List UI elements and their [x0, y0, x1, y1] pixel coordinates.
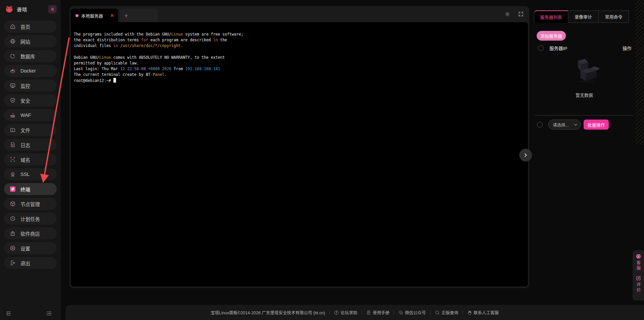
- edit-icon: [636, 275, 641, 281]
- sidebar-item-label: 计划任务: [20, 215, 40, 222]
- sidebar-item-logs[interactable]: 日志: [4, 139, 57, 151]
- plus-icon: +: [124, 12, 128, 19]
- website-icon: [10, 38, 16, 44]
- terminal-line: root@debian12:~#: [74, 78, 523, 84]
- sidebar-item-label: 节点管理: [20, 200, 40, 208]
- sidebar-item-database[interactable]: 数据库: [4, 50, 57, 62]
- footer-links: 论坛求助使用手册微信公众号正版查询联系人工客服: [325, 309, 499, 316]
- empty-text: 暂无数据: [534, 92, 635, 98]
- batch-action-button[interactable]: 批量操作: [584, 120, 609, 130]
- batch-checkbox[interactable]: [537, 122, 543, 128]
- footer-link-label: 联系人工客服: [474, 309, 499, 316]
- terminal-output[interactable]: The programs included with the Debian GN…: [71, 22, 528, 286]
- sidebar-item-node[interactable]: 节点管理: [4, 198, 57, 210]
- appstore-icon: [10, 230, 16, 236]
- sidebar-item-label: 首页: [20, 23, 30, 30]
- terminal-line: [74, 49, 523, 55]
- logo-row: 聋瞎 0: [0, 0, 61, 14]
- add-server-button[interactable]: 添加服务器: [537, 31, 566, 41]
- help-icon: [334, 310, 339, 315]
- terminal-icon: [10, 186, 16, 192]
- notification-badge[interactable]: 0: [48, 5, 57, 13]
- tab-status-dot: [75, 14, 78, 17]
- terminal-line: individual files in /usr/share/doc/*/cop…: [74, 43, 523, 49]
- tab-close-icon[interactable]: ✕: [110, 13, 114, 18]
- sidebar-item-security[interactable]: 安全: [4, 94, 57, 106]
- chevron-right-icon: [523, 153, 528, 157]
- footer-link-wechat[interactable]: 微信公众号: [398, 309, 426, 316]
- batch-controls: 请选择... 批量操作: [534, 119, 644, 130]
- sidebar-item-website[interactable]: 网站: [4, 35, 57, 47]
- genuine-icon: [435, 310, 440, 315]
- collapse-sidebar-icon[interactable]: [6, 311, 11, 316]
- sidebar-item-docker[interactable]: Docker: [4, 65, 57, 77]
- pig-logo-icon: [5, 5, 14, 14]
- empty-box-icon: [568, 57, 600, 83]
- sidebar-item-monitor[interactable]: 监控: [4, 80, 57, 92]
- right-tab-server-list[interactable]: 服务器列表: [534, 10, 568, 23]
- footer: 宝塔Linux面板©2014-2026 广东堡塔安全技术有限公司 (bt.cn)…: [65, 305, 644, 320]
- footer-link-help[interactable]: 论坛求助: [334, 309, 357, 316]
- terminal-tab-bar: 本地服务器 ✕ +: [69, 6, 529, 22]
- sidebar-item-ssl[interactable]: SSL: [4, 168, 57, 180]
- sidebar-item-cron[interactable]: 计划任务: [4, 213, 57, 225]
- right-tab-recording-audit[interactable]: 录像审计: [568, 10, 599, 23]
- tab-local-server[interactable]: 本地服务器 ✕: [71, 9, 118, 22]
- waf-icon: [10, 112, 16, 118]
- new-tab-button[interactable]: +: [120, 9, 158, 22]
- list-view-icon[interactable]: [46, 311, 52, 316]
- expand-panel-button[interactable]: [519, 149, 532, 162]
- terminal-line: the exact distribution terms for each pr…: [74, 37, 523, 43]
- sidebar-item-label: 软件商店: [20, 230, 40, 237]
- ssl-icon: [10, 171, 16, 177]
- feedback-item[interactable]: 评价: [635, 275, 642, 293]
- customer-service-item[interactable]: 客服: [635, 254, 642, 271]
- cron-icon: [10, 216, 16, 222]
- service-icon: [467, 310, 472, 315]
- sidebar-item-domain[interactable]: 域名: [4, 153, 57, 166]
- batch-select[interactable]: 请选择...: [548, 120, 581, 130]
- customer-service-label: 客服: [635, 261, 642, 271]
- security-icon: [10, 97, 16, 103]
- manual-icon: [366, 310, 371, 315]
- sidebar-item-waf[interactable]: WAF: [4, 109, 57, 121]
- footer-link-manual[interactable]: 使用手册: [366, 309, 389, 316]
- footer-link-label: 微信公众号: [405, 309, 426, 316]
- terminal-line: The programs included with the Debian GN…: [74, 32, 523, 37]
- sidebar-item-label: 终端: [20, 186, 30, 193]
- database-icon: [10, 53, 16, 59]
- app-title: 聋瞎: [17, 6, 28, 13]
- footer-divider: [362, 310, 362, 315]
- sidebar: 聋瞎 0 首页网站数据库Docker监控安全WAF文件日志域名SSL终端节点管理…: [0, 0, 61, 320]
- footer-link-genuine[interactable]: 正版查询: [435, 309, 458, 316]
- sidebar-item-label: 监控: [20, 82, 30, 89]
- right-tab-common-commands[interactable]: 常用命令: [599, 10, 629, 23]
- wechat-icon: [398, 310, 403, 315]
- empty-state: 暂无数据: [534, 57, 635, 98]
- terminal-line: Debian GNU/Linux comes with ABSOLUTELY N…: [74, 55, 523, 60]
- footer-link-service[interactable]: 联系人工客服: [467, 309, 499, 316]
- domain-icon: [10, 156, 16, 163]
- footer-link-label: 使用手册: [373, 309, 389, 316]
- column-actions: 操作: [623, 45, 632, 51]
- sidebar-item-appstore[interactable]: 软件商店: [4, 227, 57, 239]
- sidebar-item-terminal[interactable]: 终端: [4, 183, 57, 195]
- select-placeholder: 请选择...: [553, 122, 574, 128]
- footer-divider: [394, 310, 394, 315]
- footer-divider: [329, 310, 330, 315]
- footer-link-label: 论坛求助: [340, 309, 357, 316]
- sidebar-item-settings[interactable]: 设置: [4, 242, 57, 254]
- sidebar-item-files[interactable]: 文件: [4, 124, 57, 136]
- select-all-checkbox[interactable]: [538, 45, 544, 51]
- sidebar-item-home[interactable]: 首页: [4, 20, 57, 33]
- terminal-card: 本地服务器 ✕ + The programs included with the…: [69, 6, 529, 288]
- sidebar-item-label: 日志: [20, 141, 30, 148]
- sidebar-item-label: 退出: [20, 260, 30, 267]
- column-server-ip: 服务器IP: [549, 45, 567, 51]
- fullscreen-icon[interactable]: [518, 11, 524, 17]
- terminal-line: The current terminal create by BT-Panel.: [74, 72, 523, 78]
- terminal-settings-gear-icon[interactable]: [504, 11, 511, 17]
- sidebar-item-logout[interactable]: 退出: [4, 257, 57, 269]
- right-panel-tabs: 服务器列表录像审计常用命令: [534, 10, 644, 23]
- sidebar-bottom-bar: [0, 311, 61, 316]
